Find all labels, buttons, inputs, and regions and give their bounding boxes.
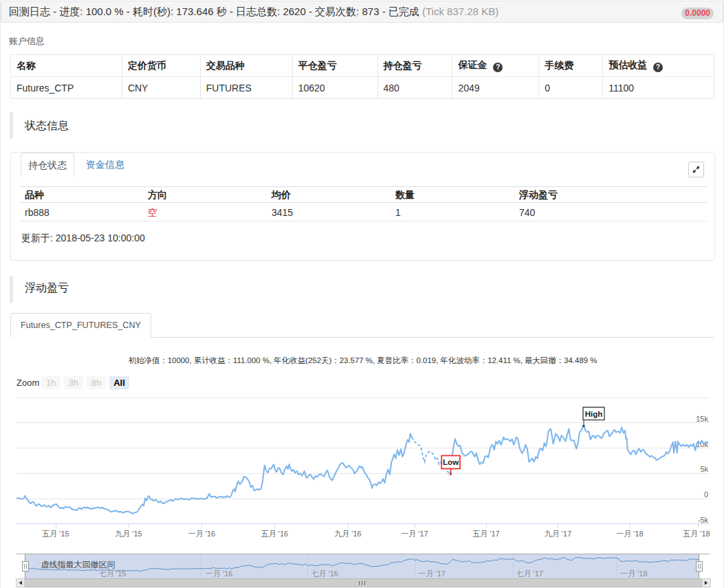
svg-text:五月 '18: 五月 '18 xyxy=(683,530,710,538)
svg-text:0: 0 xyxy=(704,490,708,499)
svg-text:七月 '17: 七月 '17 xyxy=(516,569,543,578)
svg-text:15k: 15k xyxy=(696,415,708,423)
svg-text:九月 '17: 九月 '17 xyxy=(545,530,571,538)
svg-text:九月 '16: 九月 '16 xyxy=(334,530,361,538)
svg-text:五月 '17: 五月 '17 xyxy=(472,530,499,538)
svg-text:一月 '18: 一月 '18 xyxy=(616,530,643,538)
svg-text:一月 '17: 一月 '17 xyxy=(419,569,446,578)
svg-text:五月 '15: 五月 '15 xyxy=(42,530,69,538)
svg-text:虚线指最大回撤区间: 虚线指最大回撤区间 xyxy=(41,560,116,569)
svg-text:High: High xyxy=(585,410,603,418)
svg-text:Low: Low xyxy=(443,458,459,466)
svg-text:一月 '18: 一月 '18 xyxy=(620,569,647,578)
svg-text:七月 '15: 七月 '15 xyxy=(98,569,126,578)
svg-text:一月 '17: 一月 '17 xyxy=(401,530,428,538)
svg-text:五月 '16: 五月 '16 xyxy=(261,530,288,538)
svg-text:-5k: -5k xyxy=(698,516,709,524)
svg-text:一月 '16: 一月 '16 xyxy=(188,530,215,538)
svg-text:九月 '15: 九月 '15 xyxy=(115,530,142,538)
svg-text:5k: 5k xyxy=(700,465,708,473)
svg-text:一月 '16: 一月 '16 xyxy=(206,569,232,578)
svg-text:七月 '16: 七月 '16 xyxy=(311,569,338,578)
